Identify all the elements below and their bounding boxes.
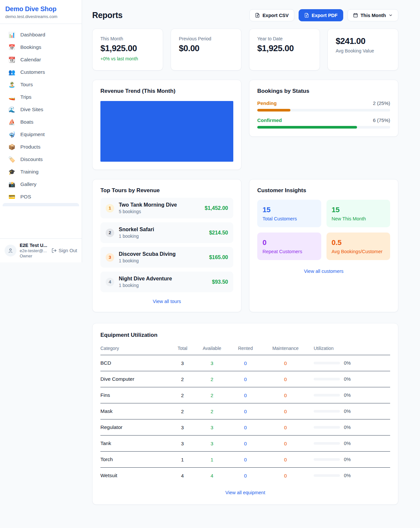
tour-bookings: 1 booking — [119, 258, 204, 263]
tour-row: 3 Discover Scuba Diving 1 booking $165.0… — [100, 247, 233, 268]
available-value: 4 — [192, 473, 232, 478]
utilization-cell: 0% — [312, 457, 390, 462]
utilization-percent: 0% — [344, 457, 351, 462]
tour-row: 4 Night Dive Adventure 1 booking $93.50 — [100, 272, 233, 292]
table-row: Tank 3 3 0 0 0% — [100, 436, 390, 452]
export-pdf-label: Export PDF — [312, 13, 338, 18]
period-dropdown[interactable]: This Month — [347, 9, 398, 21]
sidebar-item-gallery[interactable]: 📸 Gallery — [0, 178, 82, 191]
sidebar-item-pos[interactable]: 💳 POS — [0, 191, 82, 203]
rented-value: 0 — [232, 441, 259, 446]
brand-name: Demo Dive Shop — [5, 5, 76, 13]
sidebar-item-label: Dashboard — [20, 32, 45, 38]
rented-value: 0 — [232, 425, 259, 430]
equipment-utilization-title: Equipment Utilization — [100, 332, 390, 338]
table-row: Torch 1 1 0 0 0% — [100, 452, 390, 468]
view-all-tours-link[interactable]: View all tours — [100, 299, 233, 304]
column-header: Total — [173, 346, 192, 351]
sidebar-item-discounts[interactable]: 🏷️ Discounts — [0, 153, 82, 166]
sidebar-item-customers[interactable]: 👥 Customers — [0, 66, 82, 78]
page-title: Reports — [92, 10, 122, 20]
export-csv-button[interactable]: Export CSV — [249, 9, 294, 21]
user-meta: E2E Test U... e2e-tester@... Owner — [20, 243, 48, 258]
maintenance-value: 0 — [259, 376, 312, 382]
stat-card-this-month: This Month $1,925.00 +0% vs last month — [92, 29, 163, 71]
person-icon — [8, 248, 13, 254]
sidebar-item-label: Tours — [20, 82, 33, 88]
revenue-trend-card: Revenue Trend (This Month) — [92, 80, 242, 170]
equipment-category: Wetsuit — [100, 473, 173, 478]
available-value: 3 — [192, 441, 232, 446]
view-all-customers-link[interactable]: View all customers — [257, 269, 390, 274]
stat-value: $0.00 — [179, 43, 233, 53]
sidebar-item-calendar[interactable]: 📆 Calendar — [0, 53, 82, 66]
sidebar-item-dive-sites[interactable]: 🌊 Dive Sites — [0, 103, 82, 116]
sidebar-item-equipment[interactable]: 🤿 Equipment — [0, 128, 82, 141]
page-header: Reports Export CSV Export PDF This Month — [92, 9, 398, 21]
stat-value: $241.00 — [336, 36, 390, 46]
sidebar-item-label: Products — [20, 144, 40, 150]
tour-bookings: 5 bookings — [119, 209, 200, 214]
discounts-icon: 🏷️ — [8, 157, 16, 162]
column-header: Utilization — [312, 346, 390, 351]
sidebar-item-trips[interactable]: 🚤 Trips — [0, 91, 82, 103]
total-value: 2 — [173, 409, 192, 414]
sidebar-item-bookings[interactable]: 📅 Bookings — [0, 41, 82, 53]
rented-value: 0 — [232, 376, 259, 382]
sidebar-item-tours[interactable]: 🏝️ Tours — [0, 78, 82, 91]
table-row: Regulator 3 3 0 0 0% — [100, 419, 390, 436]
table-row: Fins 2 2 0 0 0% — [100, 387, 390, 403]
utilization-cell: 0% — [312, 441, 390, 446]
progress-track — [257, 109, 390, 112]
trips-icon: 🚤 — [8, 94, 16, 100]
table-row: Mask 2 2 0 0 0% — [100, 403, 390, 419]
stat-label: Year to Date — [257, 36, 312, 41]
sidebar-item-label: Dive Sites — [20, 107, 43, 112]
export-pdf-button[interactable]: Export PDF — [299, 9, 343, 21]
sidebar-active-item-partial[interactable] — [3, 203, 79, 206]
available-value: 2 — [192, 409, 232, 414]
maintenance-value: 0 — [259, 425, 312, 430]
utilization-track — [314, 458, 340, 461]
status-row-pending: Pending 2 (25%) — [257, 100, 390, 112]
progress-fill — [257, 126, 357, 129]
table-row: BCD 3 3 0 0 0% — [100, 355, 390, 371]
tour-bookings: 1 booking — [119, 234, 204, 239]
sidebar-item-label: Boats — [20, 119, 33, 125]
reports-page: Demo Dive Shop demo.test.divestreams.com… — [0, 0, 420, 528]
view-all-equipment-link[interactable]: View all equipment — [100, 490, 390, 495]
sidebar-item-products[interactable]: 📦 Products — [0, 141, 82, 153]
user-role: Owner — [20, 254, 48, 258]
total-value: 3 — [173, 360, 192, 366]
chevron-down-icon — [388, 13, 393, 17]
utilization-percent: 0% — [344, 376, 351, 382]
tour-row: 2 Snorkel Safari 1 booking $214.50 — [100, 222, 233, 243]
sidebar-item-boats[interactable]: ⛵ Boats — [0, 116, 82, 128]
top-tours-title: Top Tours by Revenue — [100, 187, 233, 194]
sidebar-item-label: Gallery — [20, 181, 36, 187]
available-value: 2 — [192, 376, 232, 382]
maintenance-value: 0 — [259, 409, 312, 414]
tours-icon: 🏝️ — [8, 82, 16, 88]
dashboard-icon: 📊 — [8, 32, 16, 38]
column-header: Maintenance — [259, 346, 312, 351]
sidebar-item-training[interactable]: 🎓 Training — [0, 166, 82, 178]
sidebar-item-dashboard[interactable]: 📊 Dashboard — [0, 29, 82, 41]
available-value: 1 — [192, 457, 232, 462]
products-icon: 📦 — [8, 144, 16, 150]
training-icon: 🎓 — [8, 169, 16, 175]
maintenance-value: 0 — [259, 393, 312, 398]
pos-icon: 💳 — [8, 194, 16, 200]
stat-card-avg-booking-value: $241.00 Avg Booking Value — [327, 29, 398, 71]
main-content: Reports Export CSV Export PDF This Month — [82, 0, 420, 518]
file-download-icon — [255, 13, 260, 18]
tour-amount: $214.50 — [209, 230, 228, 236]
utilization-percent: 0% — [344, 360, 351, 366]
period-label: This Month — [361, 13, 386, 18]
tour-name: Night Dive Adventure — [119, 276, 207, 282]
equipment-table-header: Category Total Available Rented Maintena… — [100, 346, 390, 355]
sign-out-button[interactable]: Sign Out — [52, 248, 77, 253]
file-download-icon — [304, 13, 309, 18]
sidebar-nav: 📊 Dashboard 📅 Bookings 📆 Calendar 👥 Cust… — [0, 24, 82, 238]
equipment-category: BCD — [100, 360, 173, 366]
